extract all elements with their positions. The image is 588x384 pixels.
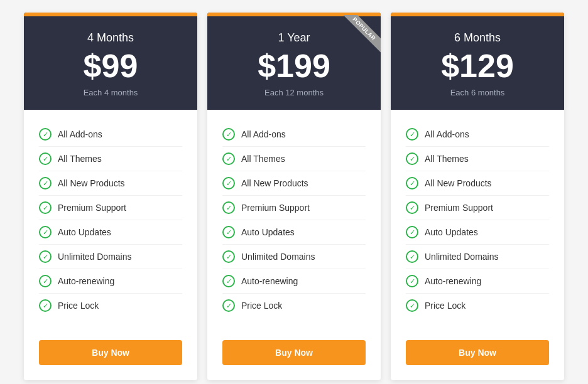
features-list: ✓ All Add-ons ✓ All Themes ✓ All New Pro…	[391, 110, 564, 330]
check-icon: ✓	[222, 177, 235, 189]
check-icon: ✓	[406, 201, 418, 214]
feature-label: All Add-ons	[58, 129, 102, 139]
feature-label: Auto Updates	[241, 227, 295, 237]
check-icon: ✓	[39, 152, 52, 165]
check-icon: ✓	[406, 250, 418, 263]
feature-label: All New Products	[241, 178, 308, 188]
price: $99	[36, 48, 185, 84]
feature-item: ✓ Price Lock	[222, 294, 366, 317]
check-icon: ✓	[39, 299, 52, 312]
feature-item: ✓ All Add-ons	[222, 122, 366, 147]
check-icon: ✓	[222, 152, 235, 165]
check-icon: ✓	[222, 250, 235, 263]
feature-item: ✓ All Themes	[39, 147, 182, 171]
feature-item: ✓ Unlimited Domains	[39, 245, 182, 269]
feature-label: Unlimited Domains	[58, 252, 131, 262]
buy-button[interactable]: Buy Now	[39, 340, 182, 365]
feature-label: Price Lock	[425, 301, 466, 311]
feature-label: All Themes	[58, 154, 102, 164]
feature-label: Premium Support	[241, 203, 310, 213]
feature-label: Unlimited Domains	[425, 252, 498, 262]
check-icon: ✓	[222, 128, 235, 141]
card-header: 4 Months $99 Each 4 months	[24, 13, 197, 110]
feature-item: ✓ All New Products	[222, 171, 366, 196]
features-list: ✓ All Add-ons ✓ All Themes ✓ All New Pro…	[24, 110, 197, 330]
feature-item: ✓ Price Lock	[406, 294, 549, 317]
feature-item: ✓ All Themes	[222, 147, 366, 171]
card-footer: Buy Now	[24, 330, 197, 380]
check-icon: ✓	[406, 275, 418, 287]
feature-label: All New Products	[425, 178, 492, 188]
feature-item: ✓ Premium Support	[39, 196, 182, 220]
feature-item: ✓ All New Products	[406, 171, 549, 196]
check-icon: ✓	[406, 299, 418, 312]
feature-label: All Add-ons	[241, 129, 286, 139]
feature-label: Premium Support	[425, 203, 493, 213]
feature-item: ✓ Price Lock	[39, 294, 182, 317]
check-icon: ✓	[39, 128, 52, 141]
feature-item: ✓ Unlimited Domains	[222, 245, 366, 269]
buy-button[interactable]: Buy Now	[222, 340, 366, 365]
check-icon: ✓	[39, 250, 52, 263]
feature-label: Auto Updates	[425, 227, 478, 237]
check-icon: ✓	[406, 128, 418, 141]
popular-ribbon	[338, 15, 381, 59]
duration-label: 4 Months	[36, 31, 185, 45]
feature-label: Auto-renewing	[425, 276, 481, 286]
check-icon: ✓	[222, 299, 235, 312]
feature-item: ✓ Auto Updates	[39, 220, 182, 245]
features-list: ✓ All Add-ons ✓ All Themes ✓ All New Pro…	[207, 110, 381, 330]
feature-label: All Themes	[425, 154, 469, 164]
feature-item: ✓ Auto-renewing	[39, 269, 182, 294]
feature-label: Auto Updates	[58, 227, 111, 237]
feature-item: ✓ All Add-ons	[406, 122, 549, 147]
feature-item: ✓ All Add-ons	[39, 122, 182, 147]
check-icon: ✓	[406, 177, 418, 189]
card-header: 1 Year $199 Each 12 months	[207, 13, 381, 110]
check-icon: ✓	[406, 152, 418, 165]
feature-label: Auto-renewing	[241, 276, 298, 286]
check-icon: ✓	[39, 201, 52, 214]
feature-label: Premium Support	[58, 203, 126, 213]
pricing-card-six-months: 6 Months $129 Each 6 months ✓ All Add-on…	[391, 13, 564, 380]
price-sub: Each 6 months	[403, 88, 552, 97]
feature-item: ✓ Premium Support	[406, 196, 549, 220]
feature-label: All Add-ons	[425, 129, 469, 139]
card-header: 6 Months $129 Each 6 months	[391, 13, 564, 110]
feature-label: All Themes	[241, 154, 285, 164]
feature-item: ✓ All Themes	[406, 147, 549, 171]
feature-item: ✓ Auto Updates	[406, 220, 549, 245]
feature-label: All New Products	[58, 178, 125, 188]
check-icon: ✓	[406, 226, 418, 238]
price: $129	[403, 48, 552, 84]
pricing-card-four-months: 4 Months $99 Each 4 months ✓ All Add-ons…	[24, 13, 197, 380]
price-sub: Each 12 months	[220, 88, 368, 97]
card-footer: Buy Now	[391, 330, 564, 380]
check-icon: ✓	[222, 226, 235, 238]
check-icon: ✓	[222, 201, 235, 214]
duration-label: 6 Months	[403, 31, 552, 45]
check-icon: ✓	[222, 275, 235, 287]
feature-item: ✓ Auto-renewing	[222, 269, 366, 294]
price-sub: Each 4 months	[36, 88, 185, 97]
feature-item: ✓ All New Products	[39, 171, 182, 196]
buy-button[interactable]: Buy Now	[406, 340, 549, 365]
pricing-container: 4 Months $99 Each 4 months ✓ All Add-ons…	[19, 13, 569, 380]
feature-label: Price Lock	[241, 301, 282, 311]
check-icon: ✓	[39, 275, 52, 287]
feature-label: Auto-renewing	[58, 276, 114, 286]
feature-label: Price Lock	[58, 301, 99, 311]
feature-item: ✓ Unlimited Domains	[406, 245, 549, 269]
pricing-card-one-year: 1 Year $199 Each 12 months ✓ All Add-ons…	[207, 13, 381, 380]
check-icon: ✓	[39, 177, 52, 189]
check-icon: ✓	[39, 226, 52, 238]
feature-item: ✓ Auto Updates	[222, 220, 366, 245]
feature-item: ✓ Auto-renewing	[406, 269, 549, 294]
feature-item: ✓ Premium Support	[222, 196, 366, 220]
feature-label: Unlimited Domains	[241, 252, 315, 262]
card-footer: Buy Now	[207, 330, 381, 380]
